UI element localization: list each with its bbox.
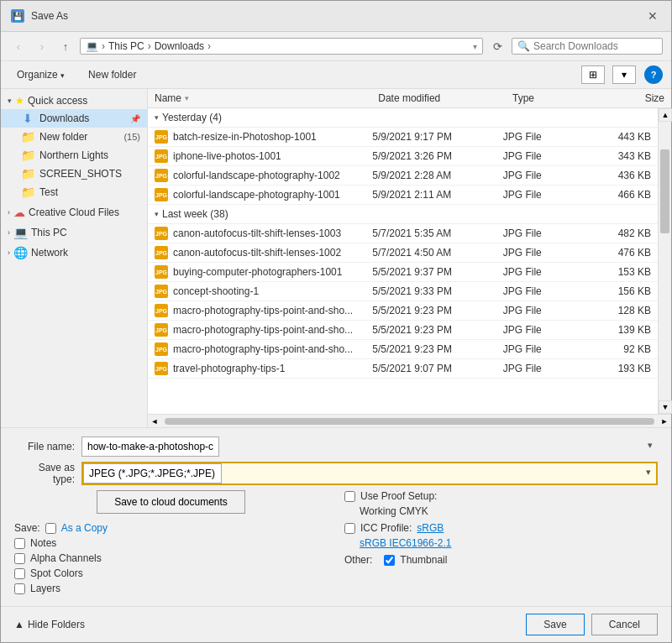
table-row[interactable]: JPG macro-photography-tips-point-and-sho… [148,321,658,340]
save-type-highlight: JPEG (*.JPG;*.JPEG;*.JPE) [81,462,658,485]
icc-profile-value[interactable]: sRGB IEC61966-2.1 [360,537,451,549]
network-chevron-icon: › [8,248,10,257]
alpha-channels-row: Alpha Channels [14,552,328,564]
file-name: concept-shooting-1 [173,285,259,297]
refresh-button[interactable]: ⟳ [488,37,507,55]
filename-input[interactable] [81,437,219,457]
search-input[interactable] [533,40,659,52]
table-row[interactable]: JPG colorful-landscape-photography-1001 … [148,186,658,205]
notes-checkbox[interactable] [14,538,25,549]
layers-checkbox[interactable] [14,583,25,594]
table-row[interactable]: JPG colorful-landscape-photography-1002 … [148,166,658,186]
table-row[interactable]: JPG buying-computer-photographers-1001 5… [148,263,658,282]
hide-folders-button[interactable]: ▲ Hide Folders [14,619,85,630]
scroll-track[interactable] [659,122,671,400]
jpg-icon: JPG [155,246,168,259]
title-bar-left: 💾 Save As [11,9,68,23]
as-copy-checkbox[interactable] [45,523,56,534]
quick-access-header[interactable]: ▾ ★ Quick access [1,92,147,109]
file-size: 153 KB [590,266,651,278]
vertical-scrollbar[interactable]: ▲ ▼ [658,108,671,414]
spot-colors-row: Spot Colors [14,567,328,579]
col-header-date[interactable]: Date modified [378,92,512,104]
sidebar-item-northern-lights[interactable]: 📁 Northern Lights [1,146,147,165]
cancel-button[interactable]: Cancel [591,614,658,635]
file-type: JPG File [503,170,591,181]
search-icon: 🔍 [517,40,530,52]
spot-colors-checkbox[interactable] [14,568,25,579]
horizontal-scrollbar[interactable]: ◄ ► [148,414,671,427]
table-row[interactable]: JPG batch-resize-in-Photoshop-1001 5/9/2… [148,128,658,147]
close-button[interactable]: ✕ [644,8,661,24]
new-folder-button[interactable]: New folder [81,65,144,84]
table-row[interactable]: JPG canon-autofocus-tilt-shift-lenses-10… [148,243,658,263]
options-right: Use Proof Setup: Working CMYK ICC Profil… [344,490,658,598]
options-left: Save to cloud documents Save: As a Copy … [14,490,328,598]
cloud-chevron-icon: › [8,208,10,217]
icc-profile-link[interactable]: sRGB [417,522,444,534]
hscroll-right-button[interactable]: ► [658,415,671,428]
sidebar-item-new-folder[interactable]: 📁 New folder (15) [1,128,147,146]
dialog-title: Save As [31,10,68,22]
file-type: JPG File [503,266,591,278]
save-button[interactable]: Save [526,614,584,635]
table-row[interactable]: JPG macro-photography-tips-point-and-sho… [148,340,658,359]
file-name: macro-photography-tips-point-and-sho... [173,305,353,316]
table-row[interactable]: JPG canon-autofocus-tilt-shift-lenses-10… [148,224,658,243]
file-name: iphone-live-photos-1001 [173,150,281,162]
scroll-down-button[interactable]: ▼ [659,400,672,414]
table-row[interactable]: JPG travel-photography-tips-1 5/5/2021 9… [148,359,658,379]
network-group-header[interactable]: › 🌐 Network [1,243,147,262]
sidebar-item-test[interactable]: 📁 Test [1,183,147,201]
icc-profile-checkbox[interactable] [344,523,355,534]
cloud-group-header[interactable]: › ☁ Creative Cloud Files [1,203,147,222]
dialog-icon: 💾 [11,9,24,23]
alpha-channels-checkbox[interactable] [14,553,25,564]
table-row[interactable]: JPG concept-shooting-1 5/5/2021 9:33 PM … [148,282,658,301]
test-icon: 📁 [21,186,34,199]
breadcrumb-downloads[interactable]: Downloads [155,40,204,52]
northern-lights-icon: 📁 [21,149,34,162]
scroll-thumb[interactable] [660,149,669,233]
col-header-type[interactable]: Type [512,92,601,104]
save-cloud-button[interactable]: Save to cloud documents [97,490,245,514]
file-size: 343 KB [590,150,651,162]
group-header-1[interactable]: ▾Last week (38) [148,205,658,224]
hscroll-thumb[interactable] [165,418,654,425]
table-row[interactable]: JPG iphone-live-photos-1001 5/9/2021 3:2… [148,147,658,166]
col-header-size[interactable]: Size [601,92,664,104]
view-dropdown-button[interactable]: ▾ [612,65,636,84]
file-type: JPG File [503,285,591,297]
sort-icon: ▾ [185,94,189,102]
file-name: colorful-landscape-photography-1001 [173,189,340,201]
hscroll-left-button[interactable]: ◄ [148,415,161,428]
file-size: 193 KB [590,363,651,374]
group-header-0[interactable]: ▾Yesterday (4) [148,108,658,128]
forward-button[interactable]: › [33,37,51,55]
view-toggle-button[interactable]: ⊞ [581,65,605,84]
table-row[interactable]: JPG macro-photography-tips-point-and-sho… [148,301,658,321]
new-folder-badge: (15) [123,132,140,142]
scroll-up-button[interactable]: ▲ [659,108,672,122]
thumbnail-checkbox[interactable] [384,555,395,566]
organize-button[interactable]: Organize ▾ [9,65,72,84]
breadcrumb-bar[interactable]: 💻 › This PC › Downloads › ▾ [80,38,483,55]
pc-chevron-icon: › [8,228,10,237]
back-button[interactable]: ‹ [9,37,28,55]
pc-group-header[interactable]: › 💻 This PC [1,223,147,242]
sidebar-item-downloads[interactable]: ⬇ Downloads 📌 [1,109,147,128]
save-type-select[interactable]: JPEG (*.JPG;*.JPEG;*.JPE) [83,463,222,484]
help-button[interactable]: ? [644,65,663,84]
breadcrumb-this-pc[interactable]: This PC [108,40,144,52]
col-header-name[interactable]: Name ▾ [155,92,378,104]
use-proof-label: Use Proof Setup: [360,490,437,502]
save-label: Save: [14,522,40,534]
use-proof-setup-checkbox[interactable] [344,491,355,502]
jpg-icon: JPG [155,342,168,356]
sidebar-new-folder-label: New folder [39,131,118,143]
file-type: JPG File [503,343,591,355]
file-name: canon-autofocus-tilt-shift-lenses-1002 [173,247,341,259]
save-row: Save: As a Copy [14,522,328,534]
sidebar-item-screen-shots[interactable]: 📁 SCREEN_SHOTS [1,165,147,183]
up-button[interactable]: ↑ [56,37,75,55]
